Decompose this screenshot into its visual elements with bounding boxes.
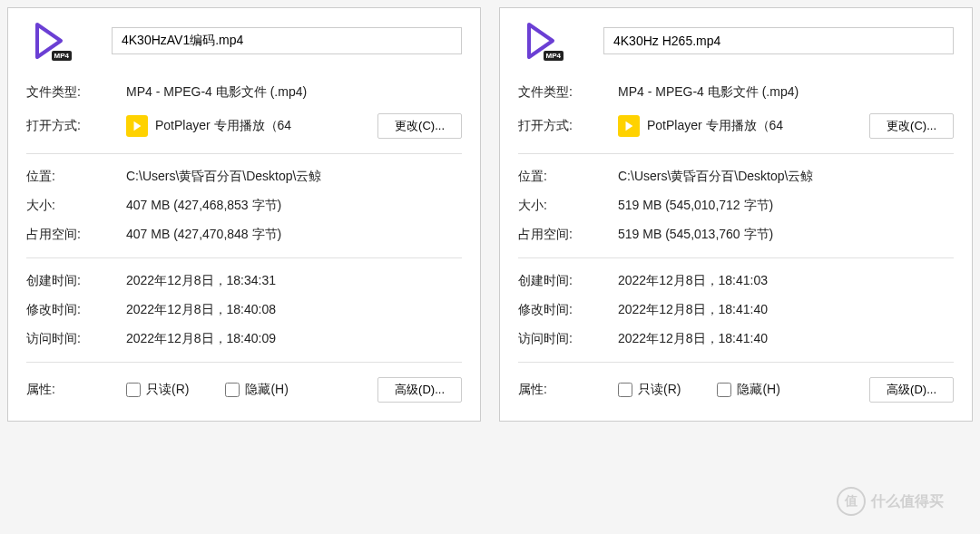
properties-panel-right: MP4 文件类型: MP4 - MPEG-4 电影文件 (.mp4) 打开方式:… [499,7,973,422]
created-label: 创建时间: [518,273,618,289]
divider [26,257,462,258]
open-with-value: PotPlayer 专用播放（64 [647,118,862,134]
hidden-checkbox[interactable] [225,383,240,397]
size-on-disk-value: 407 MB (427,470,848 字节) [126,227,462,243]
readonly-checkbox-group[interactable]: 只读(R) [618,382,681,398]
readonly-checkbox[interactable] [126,383,141,397]
file-type-value: MP4 - MPEG-4 电影文件 (.mp4) [618,84,954,101]
readonly-label: 只读(R) [146,382,189,398]
readonly-label: 只读(R) [638,382,681,398]
location-value: C:\Users\黄昏百分百\Desktop\云鲸 [618,169,954,185]
change-button[interactable]: 更改(C)... [377,113,462,139]
potplayer-icon [618,115,640,137]
modified-value: 2022年12月8日，18:40:08 [126,302,462,318]
size-value: 519 MB (545,010,712 字节) [618,198,954,214]
hidden-label: 隐藏(H) [245,382,288,398]
accessed-value: 2022年12月8日，18:41:40 [618,331,954,347]
accessed-label: 访问时间: [518,331,618,347]
open-with-label: 打开方式: [518,118,618,134]
size-value: 407 MB (427,468,853 字节) [126,198,462,214]
file-type-label: 文件类型: [26,84,126,101]
properties-panel-left: MP4 文件类型: MP4 - MPEG-4 电影文件 (.mp4) 打开方式:… [7,7,481,422]
hidden-checkbox-group[interactable]: 隐藏(H) [717,382,779,398]
hidden-checkbox[interactable] [717,383,731,397]
mp4-badge: MP4 [544,51,564,61]
location-value: C:\Users\黄昏百分百\Desktop\云鲸 [126,169,462,185]
filename-input[interactable] [112,27,462,54]
file-type-value: MP4 - MPEG-4 电影文件 (.mp4) [126,84,462,101]
location-label: 位置: [26,169,126,185]
hidden-label: 隐藏(H) [737,382,779,398]
divider [26,153,462,154]
modified-label: 修改时间: [26,302,126,318]
divider [518,153,954,154]
size-label: 大小: [518,198,618,214]
advanced-button[interactable]: 高级(D)... [377,377,462,403]
open-with-label: 打开方式: [26,118,126,134]
file-mp4-icon: MP4 [26,19,70,63]
filename-input[interactable] [603,27,954,54]
divider [518,257,954,258]
change-button[interactable]: 更改(C)... [869,113,954,139]
header-row: MP4 [518,19,954,63]
mp4-badge: MP4 [52,51,72,61]
modified-value: 2022年12月8日，18:41:40 [618,302,954,318]
size-label: 大小: [26,198,126,214]
hidden-checkbox-group[interactable]: 隐藏(H) [225,382,288,398]
size-on-disk-label: 占用空间: [26,227,126,243]
accessed-value: 2022年12月8日，18:40:09 [126,331,462,347]
attributes-label: 属性: [518,382,618,398]
readonly-checkbox-group[interactable]: 只读(R) [126,382,189,398]
readonly-checkbox[interactable] [618,383,632,397]
file-type-label: 文件类型: [518,84,618,101]
divider [26,362,462,363]
created-value: 2022年12月8日，18:34:31 [126,273,462,289]
open-with-value: PotPlayer 专用播放（64 [155,118,370,134]
file-mp4-icon: MP4 [518,19,562,63]
location-label: 位置: [518,169,618,185]
size-on-disk-label: 占用空间: [518,227,618,243]
info-section: 文件类型: MP4 - MPEG-4 电影文件 (.mp4) 打开方式: Pot… [26,84,462,139]
divider [518,362,954,363]
size-on-disk-value: 519 MB (545,013,760 字节) [618,227,954,243]
created-value: 2022年12月8日，18:41:03 [618,273,954,289]
header-row: MP4 [26,19,462,63]
attributes-label: 属性: [26,382,126,398]
modified-label: 修改时间: [518,302,618,318]
advanced-button[interactable]: 高级(D)... [869,377,954,403]
accessed-label: 访问时间: [26,331,126,347]
potplayer-icon [126,115,148,137]
created-label: 创建时间: [26,273,126,289]
